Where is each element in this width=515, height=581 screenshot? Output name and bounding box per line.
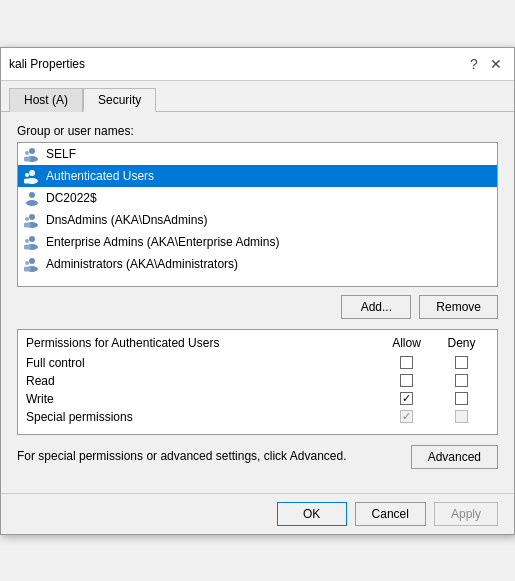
cancel-button[interactable]: Cancel — [355, 502, 426, 526]
svg-point-16 — [25, 239, 29, 243]
user-item-self[interactable]: SELF — [18, 143, 497, 165]
svg-point-6 — [25, 173, 29, 177]
col-deny-label: Deny — [434, 336, 489, 350]
checkbox-read-allow[interactable] — [400, 374, 413, 387]
svg-point-4 — [29, 170, 35, 176]
permissions-header: Permissions for Authenticated Users Allo… — [26, 336, 489, 350]
user-icon-enterprise — [24, 234, 40, 250]
window-title: kali Properties — [9, 57, 85, 71]
perm-full-control-deny — [434, 356, 489, 369]
checkbox-special-allow[interactable]: ✓ — [400, 410, 413, 423]
svg-point-12 — [25, 217, 29, 221]
advanced-button[interactable]: Advanced — [411, 445, 498, 469]
svg-point-14 — [29, 236, 35, 242]
perm-special-allow: ✓ — [379, 410, 434, 423]
checkbox-full-control-deny[interactable] — [455, 356, 468, 369]
user-item-dns-admins[interactable]: DnsAdmins (AKA\DnsAdmins) — [18, 209, 497, 231]
checkbox-full-control-allow[interactable] — [400, 356, 413, 369]
perm-row-full-control: Full control — [26, 356, 489, 370]
user-icon-admin — [24, 256, 40, 272]
checkbox-read-deny[interactable] — [455, 374, 468, 387]
perm-read-allow — [379, 374, 434, 387]
perm-row-read: Read — [26, 374, 489, 388]
tab-security[interactable]: Security — [83, 88, 156, 112]
svg-point-2 — [25, 151, 29, 155]
checkbox-write-allow[interactable]: ✓ — [400, 392, 413, 405]
user-icon-dc2022 — [24, 190, 40, 206]
permissions-title: Permissions for Authenticated Users — [26, 336, 379, 350]
add-button[interactable]: Add... — [341, 295, 411, 319]
perm-full-control-label: Full control — [26, 356, 379, 370]
remove-button[interactable]: Remove — [419, 295, 498, 319]
hint-text: For special permissions or advanced sett… — [17, 448, 399, 465]
apply-button[interactable]: Apply — [434, 502, 498, 526]
user-item-enterprise-admins[interactable]: Enterprise Admins (AKA\Enterprise Admins… — [18, 231, 497, 253]
perm-row-special: Special permissions ✓ — [26, 410, 489, 424]
perm-write-deny — [434, 392, 489, 405]
user-item-authenticated-users[interactable]: Authenticated Users — [18, 165, 497, 187]
title-bar: kali Properties ? ✕ — [1, 48, 514, 81]
checkbox-special-deny[interactable] — [455, 410, 468, 423]
svg-point-8 — [29, 192, 35, 198]
svg-point-9 — [26, 200, 38, 206]
ok-button[interactable]: OK — [277, 502, 347, 526]
user-item-administrators[interactable]: Administrators (AKA\Administrators) — [18, 253, 497, 275]
group-label: Group or user names: — [17, 124, 498, 138]
title-controls: ? ✕ — [464, 54, 506, 74]
perm-read-label: Read — [26, 374, 379, 388]
permissions-box: Permissions for Authenticated Users Allo… — [17, 329, 498, 435]
user-icon-self — [24, 146, 40, 162]
checkbox-write-deny[interactable] — [455, 392, 468, 405]
perm-row-write: Write ✓ — [26, 392, 489, 406]
svg-point-10 — [29, 214, 35, 220]
user-icon-auth — [24, 168, 40, 184]
svg-point-20 — [25, 261, 29, 265]
perm-write-allow: ✓ — [379, 392, 434, 405]
tab-bar: Host (A) Security — [1, 81, 514, 111]
tab-host-a[interactable]: Host (A) — [9, 88, 83, 112]
svg-point-0 — [29, 148, 35, 154]
user-list[interactable]: SELF Authenticated Users DC2022$ — [17, 142, 498, 287]
col-allow-label: Allow — [379, 336, 434, 350]
add-remove-buttons: Add... Remove — [17, 295, 498, 319]
help-button[interactable]: ? — [464, 54, 484, 74]
svg-point-18 — [29, 258, 35, 264]
perm-write-label: Write — [26, 392, 379, 406]
user-item-dc2022[interactable]: DC2022$ — [18, 187, 497, 209]
security-tab-content: Group or user names: SELF Authenti — [1, 111, 514, 493]
perm-special-label: Special permissions — [26, 410, 379, 424]
perm-special-deny — [434, 410, 489, 423]
advanced-hint: For special permissions or advanced sett… — [17, 445, 498, 469]
close-button[interactable]: ✕ — [486, 54, 506, 74]
bottom-buttons: OK Cancel Apply — [1, 493, 514, 534]
perm-full-control-allow — [379, 356, 434, 369]
user-icon-dns — [24, 212, 40, 228]
properties-window: kali Properties ? ✕ Host (A) Security Gr… — [0, 47, 515, 535]
title-bar-left: kali Properties — [9, 57, 85, 71]
perm-read-deny — [434, 374, 489, 387]
